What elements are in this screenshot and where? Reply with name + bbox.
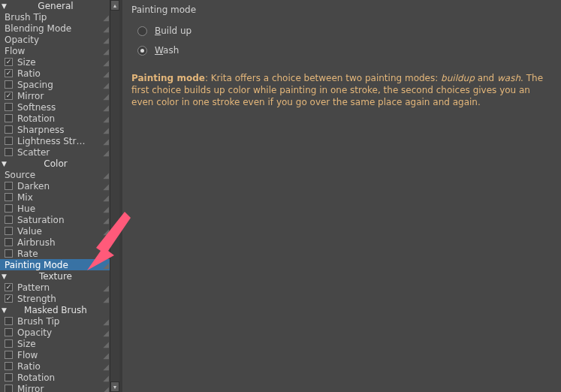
option-checkbox[interactable] <box>5 283 13 291</box>
sidebar-scrollbar[interactable]: ▴ ▾ <box>110 0 119 392</box>
option-row[interactable]: Ratio◢ <box>0 68 110 79</box>
option-checkbox[interactable] <box>5 328 13 336</box>
option-row[interactable]: Size◢ <box>0 56 110 68</box>
row-marker-icon: ◢ <box>102 45 110 56</box>
option-row[interactable]: Opacity◢ <box>0 34 110 45</box>
option-label: Airbrush <box>17 237 110 248</box>
option-checkbox[interactable] <box>5 362 13 370</box>
option-row[interactable]: Sharpness◢ <box>0 124 110 135</box>
option-row[interactable]: Value◢ <box>0 225 110 237</box>
option-row[interactable]: Mirror◢ <box>0 90 110 101</box>
section-header[interactable]: ▼Color <box>0 158 110 169</box>
option-row[interactable]: Opacity◢ <box>0 327 110 338</box>
option-label: Source <box>5 170 110 180</box>
scroll-track[interactable] <box>110 11 119 381</box>
option-row[interactable]: Mirror◢ <box>0 383 110 392</box>
option-row[interactable]: Lightness Str…◢ <box>0 135 110 146</box>
row-marker-icon: ◢ <box>102 79 110 90</box>
section-header[interactable]: ▼General <box>0 0 110 11</box>
row-marker-icon: ◢ <box>102 225 110 237</box>
section-header[interactable]: ▼Masked Brush <box>0 304 110 315</box>
option-label: Sharpness <box>17 125 110 135</box>
option-row[interactable]: Scatter◢ <box>0 146 110 158</box>
option-row[interactable]: Ratio◢ <box>0 360 110 372</box>
option-label: Rotation <box>17 113 110 124</box>
option-checkbox[interactable] <box>5 182 13 190</box>
panel-title: Painting mode <box>131 3 552 21</box>
collapse-icon: ▼ <box>2 306 9 314</box>
option-checkbox[interactable] <box>5 103 13 111</box>
option-checkbox[interactable] <box>5 249 13 258</box>
option-checkbox[interactable] <box>5 384 13 392</box>
row-marker-icon: ◢ <box>102 11 110 23</box>
option-row[interactable]: Flow◢ <box>0 349 110 360</box>
row-marker-icon: ◢ <box>102 360 110 372</box>
option-row[interactable]: Brush Tip◢ <box>0 11 110 23</box>
option-checkbox[interactable] <box>5 339 13 348</box>
option-row[interactable]: Softness◢ <box>0 101 110 113</box>
row-marker-icon: ◢ <box>102 113 110 124</box>
row-marker-icon: ◢ <box>102 349 110 360</box>
row-marker-icon: ◢ <box>102 214 110 225</box>
option-checkbox[interactable] <box>5 216 13 224</box>
option-checkbox[interactable] <box>5 294 13 303</box>
row-marker-icon: ◢ <box>102 90 110 101</box>
option-checkbox[interactable] <box>5 193 13 201</box>
option-row[interactable]: Flow◢ <box>0 45 110 56</box>
option-label: Ratio <box>17 68 110 79</box>
option-label: Brush Tip <box>17 316 110 327</box>
option-checkbox[interactable] <box>5 69 13 77</box>
radio-label: Wash <box>155 45 179 56</box>
option-label: Flow <box>5 46 110 56</box>
option-row[interactable]: Brush Tip◢ <box>0 315 110 327</box>
option-row[interactable]: Size◢ <box>0 338 110 349</box>
option-label: Mix <box>17 192 110 203</box>
option-checkbox[interactable] <box>5 114 13 122</box>
row-marker-icon: ◢ <box>102 259 110 270</box>
radio-option[interactable]: Wash <box>131 41 552 60</box>
option-row[interactable]: Pattern◢ <box>0 282 110 293</box>
option-row[interactable]: Blending Mode◢ <box>0 23 110 34</box>
option-row[interactable]: Saturation◢ <box>0 214 110 225</box>
collapse-icon: ▼ <box>2 160 9 167</box>
section-title: Texture <box>9 271 110 282</box>
option-row[interactable]: Rotation◢ <box>0 372 110 383</box>
option-row[interactable]: Mix◢ <box>0 191 110 203</box>
option-label: Value <box>17 226 110 237</box>
option-row[interactable]: Spacing◢ <box>0 79 110 90</box>
desc-keyword: Painting mode <box>131 73 205 83</box>
option-checkbox[interactable] <box>5 204 13 213</box>
option-row[interactable]: Rotation◢ <box>0 113 110 124</box>
options-list[interactable]: ▼GeneralBrush Tip◢Blending Mode◢Opacity◢… <box>0 0 110 392</box>
option-checkbox[interactable] <box>5 58 13 66</box>
scroll-down-icon[interactable]: ▾ <box>110 381 119 392</box>
option-row[interactable]: Painting Mode◢ <box>0 259 110 270</box>
painting-mode-description: Painting mode: Krita offers a choice bet… <box>131 72 552 109</box>
radio-button[interactable] <box>137 46 147 56</box>
option-checkbox[interactable] <box>5 227 13 235</box>
option-label: Saturation <box>17 215 110 225</box>
option-row[interactable]: Hue◢ <box>0 203 110 214</box>
option-checkbox[interactable] <box>5 351 13 359</box>
option-row[interactable]: Darken◢ <box>0 180 110 191</box>
option-label: Mirror <box>17 91 110 101</box>
radio-option[interactable]: Build up <box>131 21 552 41</box>
option-checkbox[interactable] <box>5 317 13 325</box>
option-checkbox[interactable] <box>5 137 13 145</box>
option-checkbox[interactable] <box>5 125 13 134</box>
section-header[interactable]: ▼Texture <box>0 270 110 282</box>
option-checkbox[interactable] <box>5 80 13 89</box>
collapse-icon: ▼ <box>2 2 9 10</box>
option-checkbox[interactable] <box>5 148 13 156</box>
radio-button[interactable] <box>137 26 147 36</box>
option-checkbox[interactable] <box>5 238 13 246</box>
option-row[interactable]: Source◢ <box>0 169 110 180</box>
option-row[interactable]: Rate◢ <box>0 248 110 259</box>
scroll-up-icon[interactable]: ▴ <box>110 0 119 11</box>
option-checkbox[interactable] <box>5 373 13 381</box>
option-label: Rate <box>17 249 110 259</box>
option-row[interactable]: Strength◢ <box>0 293 110 304</box>
row-marker-icon: ◢ <box>102 338 110 349</box>
option-checkbox[interactable] <box>5 92 13 100</box>
option-row[interactable]: Airbrush◢ <box>0 237 110 248</box>
